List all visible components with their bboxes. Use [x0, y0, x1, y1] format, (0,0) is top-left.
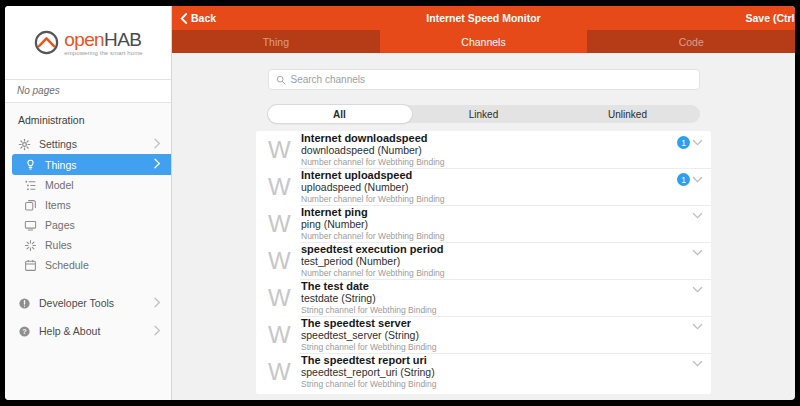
sidebar-item-help-about[interactable]: ?Help & About: [5, 317, 171, 345]
brand-tagline: empowering the smart home: [64, 50, 143, 56]
back-button-label: Back: [191, 12, 216, 24]
openhab-logo: openHAB empowering the smart home: [5, 6, 171, 79]
chevron-right-icon: [153, 138, 162, 150]
channel-row-controls: [692, 247, 711, 258]
rules-icon: [24, 239, 37, 252]
tab-thing[interactable]: Thing: [172, 30, 380, 53]
lightbulb-icon: [24, 158, 37, 171]
channel-type-letter-icon: W: [268, 360, 301, 384]
sidebar-item-model[interactable]: Model: [5, 175, 171, 195]
channel-title: Internet uploadspeed: [301, 169, 677, 181]
chevron-down-icon[interactable]: [692, 174, 703, 185]
channel-row[interactable]: WThe speedtest report urispeedtest_repor…: [256, 353, 711, 390]
channel-row[interactable]: WThe test datetestdate (String)String ch…: [256, 279, 711, 316]
channel-description: Number channel for Webthing Binding: [301, 231, 692, 241]
channel-id: downloadspeed (Number): [301, 144, 677, 156]
tab-channels[interactable]: Channels: [380, 30, 588, 53]
sidebar-item-label: Schedule: [45, 259, 89, 271]
linked-items-count-badge: 1: [677, 136, 690, 149]
filter-segmented-control: AllLinkedUnlinked: [268, 105, 700, 123]
channels-list: WInternet downloadspeeddownloadspeed (Nu…: [256, 131, 711, 394]
channel-text: Internet uploadspeeduploadspeed (Number)…: [301, 169, 677, 204]
channel-row-controls: [692, 321, 711, 332]
sidebar-item-label: Model: [45, 179, 74, 191]
sidebar-nav-items: SettingsThingsModelItemsPagesRulesSchedu…: [5, 134, 171, 275]
search-icon: [276, 75, 286, 85]
sidebar-item-label: Rules: [45, 239, 72, 251]
channel-text: The speedtest serverspeedtest_server (St…: [301, 317, 692, 352]
channel-row-controls: [692, 210, 711, 221]
channel-row[interactable]: Wspeedtest execution periodtest_period (…: [256, 242, 711, 279]
page-title: Internet Speed Monitor: [172, 12, 795, 24]
sidebar-item-rules[interactable]: Rules: [5, 235, 171, 255]
channel-type-letter-icon: W: [268, 212, 301, 236]
linked-items-count-badge: 1: [677, 173, 690, 186]
save-button[interactable]: Save (Ctrl-: [745, 12, 795, 24]
channel-row[interactable]: WInternet pingping (Number)Number channe…: [256, 205, 711, 242]
chevron-down-icon[interactable]: [692, 137, 703, 148]
filter-option-linked[interactable]: Linked: [412, 105, 556, 123]
sidebar-item-schedule[interactable]: Schedule: [5, 255, 171, 275]
sidebar-item-settings[interactable]: Settings: [5, 134, 171, 154]
channel-text: Internet pingping (Number)Number channel…: [301, 206, 692, 241]
sidebar-item-label: Developer Tools: [39, 297, 114, 309]
channel-type-letter-icon: W: [268, 138, 301, 162]
sidebar-item-things[interactable]: Things: [12, 154, 171, 175]
channel-description: Number channel for Webthing Binding: [301, 194, 677, 204]
sidebar-nav: Administration SettingsThingsModelItemsP…: [5, 103, 171, 400]
search-input[interactable]: [291, 74, 692, 85]
chevron-down-icon[interactable]: [692, 210, 703, 221]
no-pages-label: No pages: [5, 79, 171, 103]
channel-text: The speedtest report urispeedtest_report…: [301, 354, 692, 389]
top-navbar: Back Internet Speed Monitor Save (Ctrl-: [172, 6, 795, 30]
channel-text: The test datetestdate (String)String cha…: [301, 280, 692, 315]
model-icon: [24, 179, 37, 192]
openhab-logo-icon: [33, 29, 60, 56]
channel-type-letter-icon: W: [268, 249, 301, 273]
chevron-down-icon[interactable]: [692, 247, 703, 258]
brand-name: openHAB: [64, 30, 143, 49]
channel-text: Internet downloadspeeddownloadspeed (Num…: [301, 132, 677, 167]
chevron-right-icon: [153, 297, 162, 309]
channel-description: Number channel for Webthing Binding: [301, 268, 692, 278]
channel-row-controls: [692, 358, 711, 369]
chevron-down-icon[interactable]: [692, 358, 703, 369]
pages-icon: [24, 219, 37, 232]
svg-text:?: ?: [22, 327, 27, 336]
sidebar: openHAB empowering the smart home No pag…: [5, 6, 172, 400]
back-button[interactable]: Back: [172, 12, 216, 24]
sidebar-section-label: Administration: [5, 112, 171, 134]
filter-option-unlinked[interactable]: Unlinked: [556, 105, 700, 123]
sidebar-item-label: Pages: [45, 219, 75, 231]
search-bar: [268, 69, 700, 90]
chevron-down-icon[interactable]: [692, 321, 703, 332]
channel-type-letter-icon: W: [268, 286, 301, 310]
channel-description: String channel for Webthing Binding: [301, 379, 692, 389]
channel-description: Number channel for Webthing Binding: [301, 157, 677, 167]
sidebar-item-pages[interactable]: Pages: [5, 215, 171, 235]
sidebar-item-label: Help & About: [39, 325, 100, 337]
channel-row[interactable]: WInternet uploadspeeduploadspeed (Number…: [256, 168, 711, 205]
channel-row[interactable]: WInternet downloadspeeddownloadspeed (Nu…: [256, 131, 711, 168]
channel-description: String channel for Webthing Binding: [301, 342, 692, 352]
sidebar-item-items[interactable]: Items: [5, 195, 171, 215]
channel-row[interactable]: WThe speedtest serverspeedtest_server (S…: [256, 316, 711, 353]
main-panel: Back Internet Speed Monitor Save (Ctrl- …: [172, 6, 795, 400]
channel-row-controls: 1: [677, 136, 711, 149]
channel-id: speedtest_server (String): [301, 329, 692, 341]
filter-option-all[interactable]: All: [268, 105, 412, 123]
schedule-icon: [24, 259, 37, 272]
channel-id: speedtest_report_uri (String): [301, 366, 692, 378]
channel-title: The speedtest server: [301, 317, 692, 329]
channel-text: speedtest execution periodtest_period (N…: [301, 243, 692, 278]
channel-title: The test date: [301, 280, 692, 292]
app-window: openHAB empowering the smart home No pag…: [5, 6, 795, 400]
sidebar-item-developer-tools[interactable]: Developer Tools: [5, 289, 171, 317]
channel-title: Internet downloadspeed: [301, 132, 677, 144]
developer-tools-icon: [18, 297, 31, 310]
channel-title: Internet ping: [301, 206, 692, 218]
chevron-down-icon[interactable]: [692, 284, 703, 295]
tab-bar: ThingChannelsCode: [172, 30, 795, 53]
tab-code[interactable]: Code: [587, 30, 795, 53]
channel-row-controls: [692, 284, 711, 295]
